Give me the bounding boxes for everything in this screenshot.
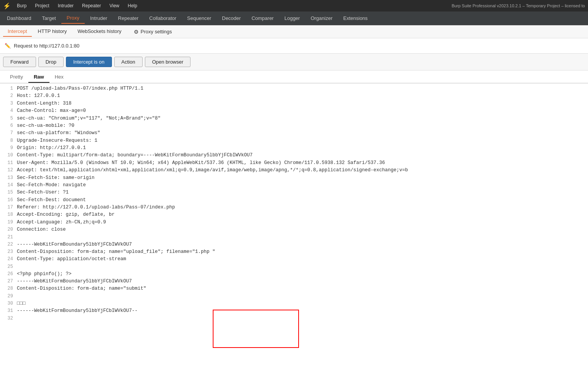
main-nav-tab-target[interactable]: Target	[37, 13, 61, 23]
line-content[interactable]: sec-ch-ua-platform: "Windows"	[17, 130, 585, 137]
main-nav: DashboardTargetProxyIntruderRepeaterColl…	[0, 11, 588, 25]
line-number: 23	[3, 248, 13, 256]
line-content[interactable]: <?php phpinfo(); ?>	[17, 271, 585, 278]
http-line-21: 21	[0, 234, 588, 241]
line-content[interactable]: Referer: http://127.0.0.1/upload-labs/Pa…	[17, 204, 585, 211]
line-number: 8	[3, 137, 13, 144]
proxy-tab-http-history[interactable]: HTTP history	[33, 26, 72, 37]
action-button[interactable]: Action	[114, 57, 143, 67]
line-content[interactable]: ------WebKitFormBoundary5lbbYjFCbIWVkOU7	[17, 241, 585, 248]
main-nav-tab-sequencer[interactable]: Sequencer	[182, 13, 217, 23]
proxy-settings-label: Proxy settings	[141, 29, 172, 34]
menu-item-burp[interactable]: Burp	[13, 2, 30, 9]
http-line-24: 24Content-Type: application/octet-stream	[0, 256, 588, 263]
menu-item-intruder[interactable]: Intruder	[54, 2, 77, 9]
line-content[interactable]: Sec-Fetch-Site: same-origin	[17, 174, 585, 182]
title-bar: ⚡ BurpProjectIntruderRepeaterViewHelp Bu…	[0, 0, 588, 11]
line-number: 13	[3, 174, 13, 182]
http-line-30: 30□□□	[0, 300, 588, 307]
main-nav-tab-intruder[interactable]: Intruder	[85, 13, 113, 23]
main-nav-tab-dashboard[interactable]: Dashboard	[2, 13, 37, 23]
http-line-18: 18Accept-Encoding: gzip, deflate, br	[0, 211, 588, 218]
line-content[interactable]: Connection: close	[17, 226, 585, 233]
http-line-20: 20Connection: close	[0, 226, 588, 233]
line-number: 19	[3, 219, 13, 226]
line-content[interactable]: Sec-Fetch-Mode: navigate	[17, 182, 585, 189]
line-number: 17	[3, 204, 13, 211]
main-nav-tab-extensions[interactable]: Extensions	[338, 13, 373, 23]
line-number: 12	[3, 167, 13, 174]
view-tab-hex[interactable]: Hex	[49, 72, 69, 83]
http-line-25: 25	[0, 263, 588, 271]
line-content[interactable]: POST /upload-labs/Pass-07/index.php HTTP…	[17, 85, 585, 92]
line-content[interactable]: Cache-Control: max-age=0	[17, 107, 585, 115]
window-title: Burp Suite Professional v2023.10.2.1 – T…	[452, 3, 585, 8]
line-content[interactable]: Accept: text/html,application/xhtml+xml,…	[17, 167, 585, 174]
line-number: 14	[3, 182, 13, 189]
gear-icon: ⚙	[134, 29, 139, 35]
line-content[interactable]: Accept-Encoding: gzip, deflate, br	[17, 211, 585, 218]
line-content[interactable]: Sec-Fetch-User: ?1	[17, 189, 585, 196]
line-content[interactable]: ------WebKitFormBoundary5lbbYjFCbIWVkOU7	[17, 278, 585, 285]
line-content[interactable]: Accept-Language: zh-CN,zh;q=0.9	[17, 219, 585, 226]
line-number: 24	[3, 256, 13, 263]
main-nav-tab-comparer[interactable]: Comparer	[246, 13, 279, 23]
line-number: 10	[3, 152, 13, 159]
http-line-32: 32	[0, 315, 588, 322]
drop-button[interactable]: Drop	[38, 57, 64, 67]
http-line-23: 23Content-Disposition: form-data; name="…	[0, 248, 588, 256]
line-number: 3	[3, 100, 13, 107]
menu-item-view[interactable]: View	[105, 2, 123, 9]
line-number: 1	[3, 85, 13, 92]
main-nav-tab-organizer[interactable]: Organizer	[305, 13, 338, 23]
line-number: 4	[3, 107, 13, 115]
line-content[interactable]: Sec-Fetch-Dest: document	[17, 197, 585, 204]
edit-icon: ✏️	[5, 43, 11, 49]
line-content[interactable]: Content-Type: application/octet-stream	[17, 256, 585, 263]
intercept-button[interactable]: Intercept is on	[66, 57, 112, 67]
line-number: 32	[3, 315, 13, 322]
line-number: 22	[3, 241, 13, 248]
line-content[interactable]: Content-Disposition: form-data; name="up…	[17, 248, 585, 256]
http-content[interactable]: 1POST /upload-labs/Pass-07/index.php HTT…	[0, 84, 588, 392]
line-content[interactable]: Content-Length: 318	[17, 100, 585, 107]
line-content[interactable]: Content-Type: multipart/form-data; bound…	[17, 152, 585, 159]
line-number: 5	[3, 115, 13, 122]
proxy-subnav: InterceptHTTP historyWebSockets history⚙…	[0, 25, 588, 38]
http-line-27: 27------WebKitFormBoundary5lbbYjFCbIWVkO…	[0, 278, 588, 285]
line-number: 28	[3, 285, 13, 292]
menu-item-repeater[interactable]: Repeater	[78, 2, 105, 9]
main-nav-tab-collaborator[interactable]: Collaborator	[144, 13, 182, 23]
main-nav-tab-proxy[interactable]: Proxy	[61, 13, 85, 24]
main-nav-tab-logger[interactable]: Logger	[279, 13, 305, 23]
forward-button[interactable]: Forward	[3, 57, 36, 67]
action-bar: Forward Drop Intercept is on Action Open…	[0, 54, 588, 71]
line-content[interactable]: Origin: http://127.0.0.1	[17, 144, 585, 152]
line-number: 11	[3, 159, 13, 167]
line-content[interactable]: User-Agent: Mozilla/5.0 (Windows NT 10.0…	[17, 159, 585, 167]
line-content[interactable]: Upgrade-Insecure-Requests: 1	[17, 137, 585, 144]
http-line-3: 3Content-Length: 318	[0, 100, 588, 107]
http-line-9: 9Origin: http://127.0.0.1	[0, 144, 588, 152]
proxy-tab-websockets-history[interactable]: WebSockets history	[73, 26, 126, 37]
proxy-tab-intercept[interactable]: Intercept	[3, 26, 32, 37]
line-number: 18	[3, 211, 13, 218]
line-content[interactable]: Content-Disposition: form-data; name="su…	[17, 285, 585, 292]
http-line-29: 29	[0, 293, 588, 300]
main-nav-tab-repeater[interactable]: Repeater	[113, 13, 144, 23]
line-content[interactable]: Host: 127.0.0.1	[17, 92, 585, 100]
line-content[interactable]: ------WebKitFormBoundary5lbbYjFCbIWVkOU7…	[17, 307, 585, 315]
main-nav-tab-decoder[interactable]: Decoder	[217, 13, 246, 23]
line-number: 31	[3, 307, 13, 315]
proxy-settings-button[interactable]: ⚙Proxy settings	[129, 27, 177, 36]
http-line-19: 19Accept-Language: zh-CN,zh;q=0.9	[0, 219, 588, 226]
menu-item-project[interactable]: Project	[31, 2, 53, 9]
view-tab-pretty[interactable]: Pretty	[5, 72, 28, 83]
line-content[interactable]: sec-ch-ua-mobile: ?0	[17, 122, 585, 130]
menu-item-help[interactable]: Help	[124, 2, 141, 9]
http-line-13: 13Sec-Fetch-Site: same-origin	[0, 174, 588, 182]
view-tab-raw[interactable]: Raw	[28, 72, 49, 83]
line-content[interactable]: □□□	[17, 300, 585, 307]
line-content[interactable]: sec-ch-ua: "Chromium";v="117", "Not;A=Br…	[17, 115, 585, 122]
open-browser-button[interactable]: Open browser	[145, 57, 191, 67]
